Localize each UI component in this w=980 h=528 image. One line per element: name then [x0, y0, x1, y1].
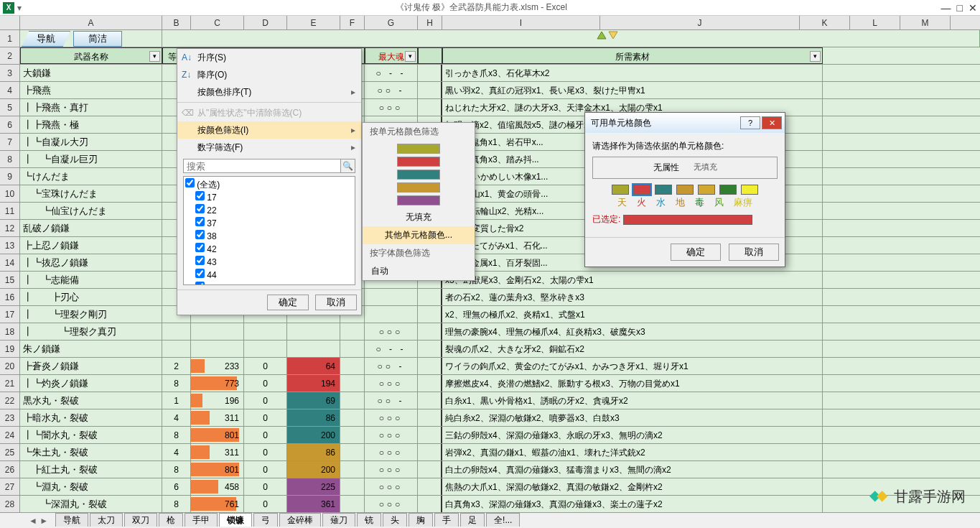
weapon-name-cell[interactable]: ┗淵丸・裂破 [20, 478, 162, 495]
weapon-name-cell[interactable]: ┣紅土丸・裂破 [20, 461, 162, 478]
submenu-nofill[interactable]: 无填充 [363, 208, 475, 226]
header-cell[interactable]: 武器名称▾ [20, 47, 162, 64]
level-cell[interactable]: 8 [162, 461, 191, 478]
material-cell[interactable]: 純白糸x2、深淵の敏鎌x2、噴夢器x3、白鼓x3 [442, 409, 823, 426]
weapon-name-cell[interactable]: 朱ノ鎖鎌 [20, 341, 162, 357]
swatch-red[interactable] [397, 157, 440, 167]
col-B[interactable]: B [162, 16, 191, 29]
col-K[interactable]: K [800, 16, 850, 29]
row-header[interactable]: 23 [0, 409, 19, 427]
row-header[interactable]: 8 [0, 151, 19, 168]
check-item[interactable]: 37 [185, 217, 353, 230]
filter-values-list[interactable]: (全选) 17 22 37 38 42 43 44 46 47 49 51 [183, 176, 355, 285]
submenu-auto[interactable]: 自动 [363, 262, 475, 280]
dlg-swatch-3[interactable] [655, 185, 672, 195]
row-header[interactable]: 7 [0, 134, 19, 151]
level-cell[interactable] [162, 323, 191, 340]
filter-dropdown-button[interactable]: ▾ [405, 51, 416, 62]
crit-cell[interactable]: 0 [244, 358, 287, 374]
header-cell[interactable]: 最大魂▾ [365, 47, 418, 64]
row-header[interactable]: 5 [0, 99, 19, 116]
crit-cell[interactable]: 0 [244, 392, 287, 409]
level-cell[interactable] [162, 341, 191, 357]
material-cell[interactable]: 者の石x2、蓮の葉舟x3、堅氷砕きx3 [442, 289, 823, 305]
col-H[interactable]: H [418, 16, 442, 29]
swatch-teal[interactable] [397, 170, 440, 180]
weapon-name-cell[interactable]: ┃┗灼炎ノ鎖鎌 [20, 375, 162, 392]
weapon-name-cell[interactable]: ┗宝珠けんだま [20, 185, 162, 202]
row-header[interactable]: 4 [0, 82, 19, 99]
row-header[interactable]: 19 [0, 341, 19, 358]
level-cell[interactable]: 6 [162, 478, 191, 495]
dialog-ok-button[interactable]: 确定 [671, 244, 721, 261]
attr-cell[interactable]: 200 [287, 427, 340, 443]
check-item[interactable]: 17 [185, 191, 353, 204]
soul-cell[interactable]: ○○○ [365, 375, 418, 392]
check-all[interactable]: (全选) [185, 178, 353, 191]
attack-cell[interactable]: 311 [191, 444, 244, 460]
close-button[interactable]: ✕ [969, 2, 977, 14]
col-E[interactable]: E [287, 16, 340, 29]
crit-cell[interactable] [244, 341, 287, 357]
crit-cell[interactable]: 0 [244, 461, 287, 478]
soul-cell[interactable] [365, 306, 418, 323]
dialog-close-button[interactable]: ✕ [762, 116, 782, 129]
weapon-name-cell[interactable]: ┗朱土丸・裂破 [20, 444, 162, 460]
row-header[interactable]: 27 [0, 478, 19, 496]
check-item[interactable]: 38 [185, 230, 353, 243]
attr-cell[interactable]: 200 [287, 461, 340, 478]
row-header[interactable]: 10 [0, 185, 19, 203]
level-cell[interactable]: 2 [162, 358, 191, 374]
attack-cell[interactable]: 458 [191, 478, 244, 495]
nav-button[interactable]: 导航 [22, 31, 70, 47]
row-header[interactable]: 21 [0, 375, 19, 392]
row-header[interactable]: 25 [0, 444, 19, 461]
material-cell[interactable]: 裂魂の爪x2、大きな牙x2、銅鉱石x2 [442, 341, 823, 357]
select-all-corner[interactable] [0, 16, 20, 29]
swatch-purple[interactable] [397, 195, 440, 205]
row-header[interactable]: 3 [0, 65, 19, 82]
weapon-name-cell[interactable]: 乱破ノ鎖鎌 [20, 220, 162, 236]
attr-cell[interactable]: 64 [287, 358, 340, 374]
submenu-other-colors[interactable]: 其他单元格颜色... [363, 226, 475, 244]
soul-cell[interactable]: ○○ - [365, 82, 418, 98]
weapon-name-cell[interactable]: ┣飛燕 [20, 82, 162, 98]
level-cell[interactable]: 8 [162, 496, 191, 512]
col-J[interactable]: J [600, 16, 800, 29]
attr-cell[interactable]: 194 [287, 375, 340, 392]
row-header[interactable]: 28 [0, 496, 19, 513]
row-header[interactable]: 2 [0, 47, 19, 65]
soul-cell[interactable]: ○ - - [365, 341, 418, 357]
material-cell[interactable]: 白土の卵殻x4、真淵の薙鎌x3、猛毒溜まりx3、無間の滴x2 [442, 461, 823, 478]
row-header[interactable]: 12 [0, 220, 19, 237]
dlg-swatch-6[interactable] [719, 185, 737, 195]
simple-button[interactable]: 简洁 [73, 31, 122, 47]
dialog-cancel-button[interactable]: 取消 [729, 244, 779, 261]
row-header[interactable]: 6 [0, 116, 19, 134]
filter-dropdown-button[interactable]: ▾ [810, 51, 821, 62]
dlg-swatch-7[interactable] [741, 185, 758, 195]
sort-by-color[interactable]: 按颜色排序(T)▸ [177, 83, 361, 101]
crit-cell[interactable]: 0 [244, 496, 287, 512]
material-cell[interactable]: 理無の豪腕x4、理無の極爪x4、紅炎精x3、破魔矢x3 [442, 323, 823, 340]
sort-desc[interactable]: Z↓降序(O) [177, 66, 361, 83]
crit-cell[interactable]: 0 [244, 375, 287, 392]
weapon-name-cell[interactable]: ┃ ┗志能備 [20, 272, 162, 288]
crit-cell[interactable]: 0 [244, 409, 287, 426]
row-header[interactable]: 18 [0, 323, 19, 341]
swatch-olive[interactable] [397, 144, 440, 154]
weapon-name-cell[interactable]: ┃ ┗自凝ル巨刃 [20, 151, 162, 167]
row-header[interactable]: 16 [0, 289, 19, 306]
material-cell[interactable]: 岩弾x2、真淵の鎌x1、蝦蟇の油x1、壊れた洋式銃x2 [442, 444, 823, 460]
dialog-help-button[interactable]: ? [740, 116, 760, 129]
dlg-swatch-2[interactable] [633, 185, 650, 195]
soul-cell[interactable]: ○○ - [365, 392, 418, 409]
material-cell[interactable]: ワイラの鉤爪x2、黄金のたてがみx1、かみつき牙x1、堀り牙x1 [442, 358, 823, 374]
row-header[interactable]: 24 [0, 427, 19, 444]
material-cell[interactable]: x2、理無の極爪x2、炎精x1、式盤x1 [442, 306, 823, 323]
weapon-name-cell[interactable]: ┃┣飛燕・真打 [20, 99, 162, 116]
material-cell[interactable]: 白真角x3、深淵の薙鎌x3、真淵の薙鎌x3、楽土の蓮子x2 [442, 496, 823, 512]
swatch-gold[interactable] [397, 182, 440, 193]
attack-cell[interactable]: 761 [191, 496, 244, 512]
col-D[interactable]: D [244, 16, 287, 29]
